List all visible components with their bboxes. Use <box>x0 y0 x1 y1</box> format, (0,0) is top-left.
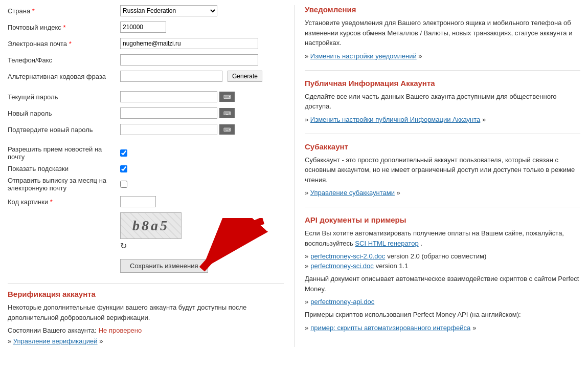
newsletter-row: Разрешить прием новостей на почту <box>8 145 284 161</box>
sci-html-link[interactable]: SCI HTML генератор <box>355 240 418 247</box>
keyboard-icon-new[interactable]: ⌨ <box>219 108 235 118</box>
tooltips-row: Показать подсказки <box>8 165 284 172</box>
verification-description: Некоторые дополнительные функции вашего … <box>8 302 284 322</box>
subaccount-link[interactable]: Управление субаккаунтами <box>310 189 395 197</box>
public-info-link[interactable]: Изменить настройки публичной Информации … <box>310 116 480 123</box>
doc1-row: perfectmoney-sci-2.0.doc version 2.0 (об… <box>305 252 580 260</box>
confirm-password-control: ⌨ <box>120 124 284 135</box>
api-description1: Если Вы хотите автоматизировать получени… <box>305 228 580 248</box>
notifications-link[interactable]: Изменить настройки уведомлений <box>310 52 417 60</box>
status-label: Состоянии Вашего аккаунта: <box>8 327 97 334</box>
current-password-control: ⌨ <box>120 91 284 102</box>
notifications-description: Установите уведомления для Вашего электр… <box>305 18 580 48</box>
arrow-indicator <box>161 218 274 286</box>
left-panel: Страна * Russian Federation Почтовый инд… <box>8 5 294 347</box>
notifications-link-row: Изменить настройки уведомлений » <box>305 52 580 60</box>
subaccount-link-row: Управление субаккаунтами » <box>305 189 580 197</box>
notifications-title: Уведомления <box>305 5 580 14</box>
monthly-checkbox[interactable] <box>120 181 127 188</box>
public-info-title: Публичная Информация Аккаунта <box>305 79 580 88</box>
alt-phrase-label: Альтернативная кодовая фраза <box>8 73 120 80</box>
confirm-password-row: Подтвердите новый пароль ⌨ <box>8 124 284 135</box>
keyboard-icon-current[interactable]: ⌨ <box>219 92 235 102</box>
example-row: пример: скрипты автоматизированного инте… <box>305 324 580 332</box>
example-link[interactable]: пример: скрипты автоматизированного инте… <box>310 324 470 332</box>
tooltips-label: Показать подсказки <box>8 165 120 172</box>
status-value: Не проверено <box>99 327 142 334</box>
email-control <box>120 38 284 49</box>
manage-verification-link[interactable]: Управление верификацией <box>13 337 98 345</box>
new-password-input[interactable] <box>120 107 217 119</box>
newsletter-label: Разрешить прием новостей на почту <box>8 145 120 161</box>
email-row: Электронная почта * <box>8 38 284 49</box>
subaccount-description: Субаккаунт - это просто дополнительный а… <box>305 155 580 185</box>
new-password-control: ⌨ <box>120 107 284 119</box>
subaccount-section: Субаккаунт Субаккаунт - это просто допол… <box>305 142 580 197</box>
country-label: Страна * <box>8 7 120 15</box>
doc3-link[interactable]: perfectmoney-api.doc <box>310 298 374 306</box>
captcha-label: Код картинки * <box>8 198 120 206</box>
monthly-label: Отправить выписку за месяц на электронну… <box>8 177 120 192</box>
captcha-input[interactable] <box>120 196 156 207</box>
monthly-row: Отправить выписку за месяц на электронну… <box>8 177 284 192</box>
alt-phrase-row: Альтернативная кодовая фраза Generate <box>8 71 284 82</box>
phone-label: Телефон/Факс <box>8 56 120 64</box>
confirm-password-label: Подтвердите новый пароль <box>8 126 120 134</box>
public-info-link-row: Изменить настройки публичной Информации … <box>305 116 580 123</box>
country-select[interactable]: Russian Federation <box>120 5 217 16</box>
current-password-row: Текущий пароль ⌨ <box>8 91 284 102</box>
generate-button[interactable]: Generate <box>228 71 262 82</box>
email-input[interactable] <box>120 38 258 49</box>
divider-2 <box>305 134 580 134</box>
country-row: Страна * Russian Federation <box>8 5 284 16</box>
captcha-input-row: Код картинки * <box>8 196 284 207</box>
captcha-control <box>120 196 284 207</box>
divider-1 <box>305 70 580 71</box>
alt-phrase-control: Generate <box>120 71 284 82</box>
api-description2: Данный документ описывает автоматическое… <box>305 274 580 294</box>
verification-title: Верификация аккаунта <box>8 290 284 298</box>
country-control: Russian Federation <box>120 5 284 16</box>
postal-control <box>120 21 284 33</box>
red-arrow-svg <box>161 218 274 285</box>
account-status: Состоянии Вашего аккаунта: Не проверено <box>8 327 284 334</box>
current-password-label: Текущий пароль <box>8 93 120 101</box>
postal-input[interactable] <box>120 21 166 33</box>
subaccount-title: Субаккаунт <box>305 142 580 151</box>
phone-control <box>120 54 284 66</box>
phone-input[interactable] <box>120 54 258 66</box>
api-title: API документы и примеры <box>305 215 580 224</box>
doc3-row: perfectmoney-api.doc <box>305 298 580 306</box>
phone-row: Телефон/Факс <box>8 54 284 66</box>
verification-section: Верификация аккаунта Некоторые дополните… <box>8 283 284 345</box>
doc2-link[interactable]: perfectmoney-sci.doc <box>310 262 374 270</box>
doc2-row: perfectmoney-sci.doc version 1.1 <box>305 262 580 270</box>
alt-phrase-input[interactable] <box>120 71 222 82</box>
keyboard-icon-confirm[interactable]: ⌨ <box>219 124 235 135</box>
api-description3: Примеры скриптов использования Perfect M… <box>305 310 580 320</box>
current-password-input[interactable] <box>120 91 217 102</box>
email-label: Электронная почта * <box>8 40 120 48</box>
new-password-row: Новый пароль ⌨ <box>8 107 284 119</box>
public-info-section: Публичная Информация Аккаунта Сделайте в… <box>305 79 580 123</box>
tooltips-checkbox[interactable] <box>120 165 127 172</box>
submit-row: Сохранить изменения <box>120 259 284 273</box>
new-password-label: Новый пароль <box>8 110 120 117</box>
newsletter-checkbox[interactable] <box>120 149 127 157</box>
notifications-section: Уведомления Установите уведомления для В… <box>305 5 580 60</box>
api-section: API документы и примеры Если Вы хотите а… <box>305 215 580 332</box>
right-panel: Уведомления Установите уведомления для В… <box>294 5 580 347</box>
postal-label: Почтовый индекс * <box>8 24 120 31</box>
public-info-description: Сделайте все или часть данных Вашего ака… <box>305 92 580 112</box>
confirm-password-input[interactable] <box>120 124 217 135</box>
postal-row: Почтовый индекс * <box>8 21 284 33</box>
manage-verification-row: Управление верификацией » <box>8 337 284 345</box>
doc1-link[interactable]: perfectmoney-sci-2.0.doc <box>310 252 385 260</box>
divider-3 <box>305 207 580 207</box>
